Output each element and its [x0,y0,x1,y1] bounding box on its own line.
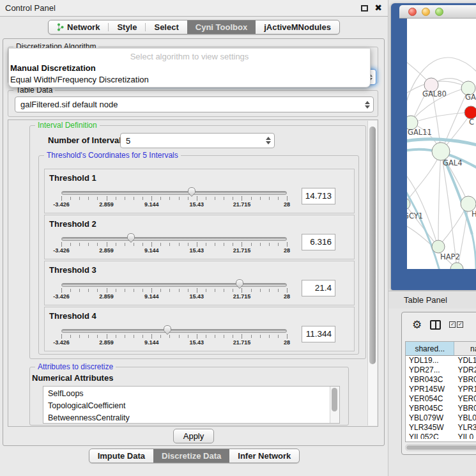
tab-label: Impute Data [98,451,145,461]
top-tabbar: NetworkStyleSelectCyni ToolboxjActiveMNo… [0,20,388,35]
cell-name: YER0 [454,394,476,404]
table-data-group: Table Data galFiltered.sif default node [8,90,378,117]
threshold-value-field[interactable]: 11.344 [302,326,335,342]
attribute-item-topologicalcoefficient[interactable]: TopologicalCoefficient [48,400,330,412]
float-window-icon[interactable] [361,5,368,12]
axis-tick-label: 9.144 [144,293,159,300]
combobox-value: 5 [121,136,263,146]
close-icon[interactable]: ✖ [374,4,382,12]
threshold-row: Threshold 4 -3.4262.8599.14415.4321.7152… [44,307,355,351]
select-columns-icon[interactable]: ✓ ✓ [449,321,463,328]
table-row[interactable]: YLR345WYLR3 [406,423,476,433]
threshold-slider[interactable]: -3.4262.8599.14415.4321.71528 [61,232,287,257]
axis-tick-label: 2.859 [99,247,114,254]
slider-track[interactable] [61,191,287,195]
table-row[interactable]: YBR043CYBR0 [406,375,476,385]
slider-track[interactable] [61,237,287,241]
table-data-combobox[interactable]: galFiltered.sif default node [15,96,374,112]
table-row[interactable]: YDR27...YDR2 [406,365,476,375]
threshold-slider[interactable]: -3.4262.8599.14415.4321.71528 [61,186,287,211]
network-window-titlebar[interactable] [399,5,476,19]
threshold-row: Threshold 1 -3.4262.8599.14415.4321.7152… [44,169,355,213]
algorithm-placeholder-option[interactable]: Select algorithm to view settings [9,50,370,63]
algorithm-option-equal-width-frequency-discretization[interactable]: Equal Width/Frequency Discretization [9,74,370,86]
column-header-shared-name[interactable]: shared... [406,342,454,356]
network-node-c[interactable] [464,106,476,119]
tab-jactivemnodules[interactable]: jActiveMNodules [256,20,339,34]
number-of-intervals-combobox[interactable]: 5 [120,133,275,148]
table-row[interactable]: YIL052CYIL0 [406,433,476,439]
slider-track[interactable] [61,329,287,333]
close-traffic-light-icon[interactable] [408,8,417,16]
table-row[interactable]: YBR045CYBR0 [406,404,476,413]
threshold-value-field[interactable]: 6.316 [302,234,335,250]
tab-discretize-data[interactable]: Discretize Data [153,449,229,463]
scrollbar-thumb[interactable] [332,388,337,411]
attributes-list: SelfLoopsTopologicalCoefficientBetweenne… [43,386,340,424]
cell-name: YDR2 [454,365,476,375]
node-label: C [469,118,474,127]
tab-infer-network[interactable]: Infer Network [229,449,299,463]
tab-network[interactable]: Network [49,20,108,34]
tab-cyni-toolbox[interactable]: Cyni Toolbox [187,20,256,34]
axis-tick-label: 9.144 [144,201,159,208]
apply-button[interactable]: Apply [173,429,214,443]
threshold-value-field[interactable]: 14.713 [302,188,335,204]
split-columns-icon[interactable] [430,320,441,330]
network-node-gal4[interactable] [432,142,450,160]
column-header-name[interactable]: na [454,342,476,356]
settings-scrollbar[interactable] [367,121,377,426]
slider-minor-ticks [61,289,288,292]
scrollbar-thumb[interactable] [369,127,376,364]
attribute-item-selfloops[interactable]: SelfLoops [48,388,330,400]
gear-icon[interactable]: ⚙ [412,319,422,330]
right-side: GAL80GACGAL11GAL4GCY1HHAP2 Table Panel ⚙… [388,0,476,476]
slider-track[interactable] [61,283,287,287]
cell-shared-name: YLR345W [406,423,454,433]
network-window: GAL80GACGAL11GAL4GCY1HHAP2 [391,3,476,290]
combobox-stepper-icon[interactable] [362,97,373,112]
slider-thumb[interactable] [187,186,197,197]
cell-name: YLR3 [454,423,476,433]
group-title: Interval Definition [35,121,100,130]
axis-tick-label: 21.715 [233,247,251,254]
minimize-traffic-light-icon[interactable] [422,8,430,16]
network-canvas[interactable]: GAL80GACGAL11GAL4GCY1HHAP2 [407,19,476,269]
axis-tick-label: -3.426 [53,293,70,300]
threshold-slider[interactable]: -3.4262.8599.14415.4321.71528 [61,324,287,349]
axis-tick-label: 9.144 [144,339,159,346]
slider-thumb[interactable] [126,232,136,243]
table-row[interactable]: YDL19...YDL1 [406,356,476,365]
tab-label: Network [67,22,100,32]
slider-minor-ticks [61,335,288,338]
slider-thumb[interactable] [162,324,173,335]
cell-shared-name: YPR145W [406,385,454,394]
network-node[interactable] [450,263,463,269]
tab-style[interactable]: Style [109,20,145,34]
cell-name: YBL0 [454,413,476,423]
network-node-hap2[interactable] [432,240,445,253]
algorithm-option-manual-discretization[interactable]: Manual Discretization [9,63,370,74]
table-hscrollbar[interactable] [405,444,476,451]
cell-name: YIL0 [454,433,476,439]
scrollbar-thumb[interactable] [406,445,476,450]
cell-name: YBR0 [454,375,476,385]
threshold-label: Threshold 1 [49,173,96,183]
tab-impute-data[interactable]: Impute Data [89,449,153,463]
threshold-value-field[interactable]: 21.4 [302,280,335,296]
table-row[interactable]: YER054CYER0 [406,394,476,404]
axis-tick-label: 15.43 [190,293,204,300]
zoom-traffic-light-icon[interactable] [435,8,443,16]
threshold-slider[interactable]: -3.4262.8599.14415.4321.71528 [61,278,287,303]
node-label: HAP2 [440,252,460,261]
table-row[interactable]: YPR145WYPR1 [406,385,476,394]
attributes-list-scrollbar[interactable] [330,387,339,423]
attribute-item-betweennesscentrality[interactable]: BetweennessCentrality [48,412,330,423]
combobox-stepper-icon[interactable] [263,134,274,148]
table-row[interactable]: YBL079WYBL0 [406,413,476,423]
tab-select[interactable]: Select [146,20,187,34]
node-label: GAL80 [422,89,447,98]
slider-tick-labels: -3.4262.8599.14415.4321.71528 [61,293,287,301]
slider-thumb[interactable] [234,278,245,289]
threshold-label: Threshold 2 [49,219,96,229]
